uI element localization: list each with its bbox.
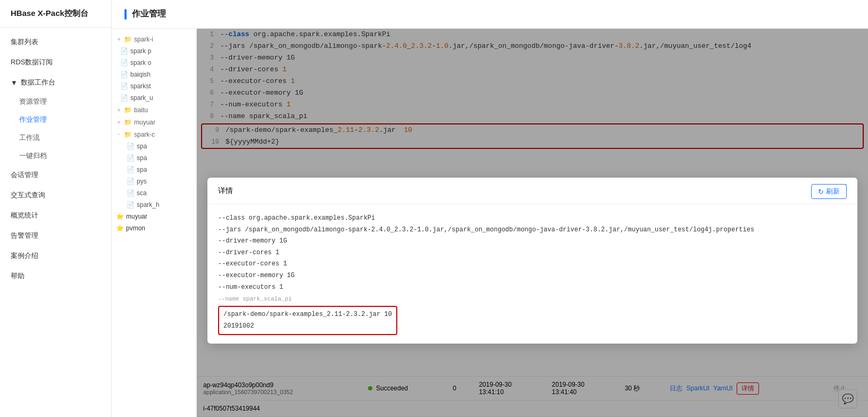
modal-title: 详情 — [218, 186, 233, 196]
app-title: HBase X-Pack控制台 — [11, 9, 88, 18]
tree-item-spark-i[interactable]: ＋ 📁 spark-i — [112, 33, 196, 45]
sidebar-item-overview[interactable]: 概览统计 — [0, 205, 111, 226]
tree-item-spark-c[interactable]: － 📁 spark-c — [112, 128, 196, 140]
modal-overlay[interactable]: 详情 × --class org.apache.spark.examples.S… — [197, 29, 868, 417]
sidebar-item-rds[interactable]: RDS数据订阅 — [0, 52, 111, 72]
sidebar-item-archive[interactable]: 一键归档 — [0, 147, 111, 165]
tree-item-baiqish[interactable]: 📄 baiqish — [112, 69, 196, 80]
sidebar: HBase X-Pack控制台 集群列表 RDS数据订阅 ▼ 数据工作台 资源管… — [0, 0, 112, 417]
tree-item-sca[interactable]: 📄 sca — [112, 187, 196, 199]
modal-line-6: --executor-memory 1G — [218, 270, 847, 282]
modal-highlighted-line1: /spark-demo/spark-examples_2.11-2.3.2.ja… — [223, 309, 392, 321]
main-content: 作业管理 ＋ 📁 spark-i 📄 spark p 📄 spark o 📄 b… — [112, 0, 868, 417]
tree-item-sparkst[interactable]: 📄 sparkst — [112, 80, 196, 92]
modal-header: 详情 × — [207, 178, 857, 204]
modal-highlighted-block: /spark-demo/spark-examples_2.11-2.3.2.ja… — [218, 306, 397, 335]
page-title: 作业管理 — [132, 9, 166, 20]
sidebar-item-session[interactable]: 会话管理 — [0, 165, 111, 185]
modal-line-7: --num-executors 1 — [218, 282, 847, 294]
header-bar — [124, 9, 127, 20]
sidebar-item-alert[interactable]: 告警管理 — [0, 226, 111, 246]
tree-item-spa2[interactable]: 📄 spa — [112, 152, 196, 164]
tree-item-muyuar2[interactable]: ⭐ muyuar — [112, 211, 196, 222]
sidebar-item-job[interactable]: 作业管理 — [0, 111, 111, 129]
file-tree: ＋ 📁 spark-i 📄 spark p 📄 spark o 📄 baiqis… — [112, 29, 197, 417]
page-header: 作业管理 — [112, 0, 868, 29]
refresh-icon: ↻ — [818, 188, 824, 196]
tree-item-pys[interactable]: 📄 pys — [112, 176, 196, 187]
modal-highlighted-line2: 20191002 — [223, 321, 392, 332]
sidebar-item-data-workbench[interactable]: ▼ 数据工作台 — [0, 72, 111, 93]
sidebar-item-cases[interactable]: 案例介绍 — [0, 246, 111, 266]
modal-line-5: --executor-cores 1 — [218, 258, 847, 270]
tree-item-spark-u[interactable]: 📄 spark_u — [112, 92, 196, 104]
tree-item-spark-h[interactable]: 📄 spark_h — [112, 199, 196, 211]
tree-item-muyuar[interactable]: ＋ 📁 muyuar — [112, 116, 196, 128]
sidebar-item-help[interactable]: 帮助 — [0, 266, 111, 286]
sidebar-item-interactive[interactable]: 交互式查询 — [0, 185, 111, 205]
sidebar-item-resource[interactable]: 资源管理 — [0, 93, 111, 111]
sidebar-menu: 集群列表 RDS数据订阅 ▼ 数据工作台 资源管理 作业管理 工作流 一键归档 … — [0, 28, 111, 417]
app-logo: HBase X-Pack控制台 — [0, 0, 111, 28]
modal-line-2: --jars /spark_on_mongodb/alimongo-spark-… — [218, 224, 847, 236]
tree-item-spa3[interactable]: 📄 spa — [112, 164, 196, 176]
tree-item-pvmon[interactable]: ⭐ pvmon — [112, 222, 196, 234]
tree-item-spark-p[interactable]: 📄 spark p — [112, 45, 196, 57]
tree-item-spark-o[interactable]: 📄 spark o — [112, 57, 196, 69]
tree-item-baitu[interactable]: ＋ 📁 baitu — [112, 104, 196, 116]
modal-line-1: --class org.apache.spark.examples.SparkP… — [218, 213, 847, 224]
details-modal: 详情 × --class org.apache.spark.examples.S… — [207, 178, 857, 344]
modal-line-4: --driver-cores 1 — [218, 247, 847, 259]
modal-line-3: --driver-memory 1G — [218, 236, 847, 247]
modal-highlighted-section: --name spark_scala_pi /spark-demo/spark-… — [218, 294, 847, 335]
sidebar-item-cluster[interactable]: 集群列表 — [0, 32, 111, 52]
refresh-button[interactable]: ↻ 刷新 — [811, 184, 847, 199]
tree-item-spa1[interactable]: 📄 spa — [112, 140, 196, 152]
sidebar-item-workflow[interactable]: 工作流 — [0, 129, 111, 147]
modal-body: --class org.apache.spark.examples.SparkP… — [207, 204, 857, 344]
